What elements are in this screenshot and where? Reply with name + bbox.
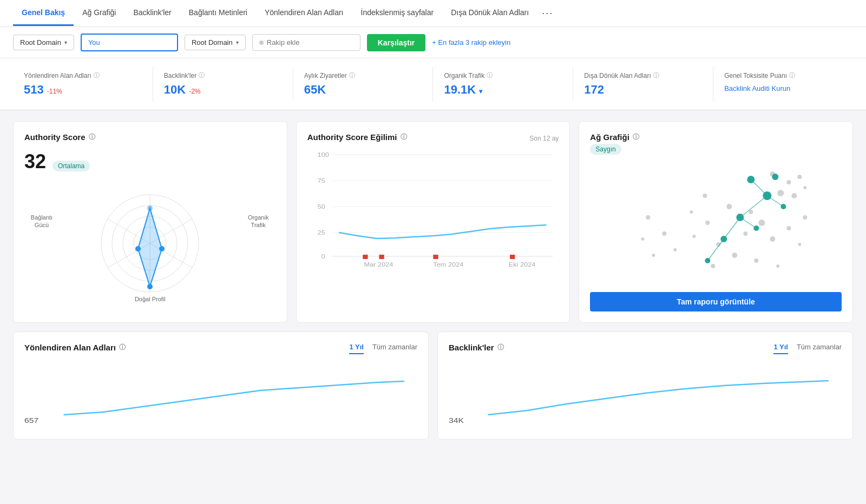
referring-chart-svg: 657 [24, 361, 417, 426]
chevron-down-icon: ▾ [64, 39, 67, 45]
backlinks-bottom-title: Backlink'ler ⓘ [449, 343, 504, 352]
stat-label-yonlendiren: Yönlendiren Alan Adları ⓘ [24, 71, 142, 79]
top-navigation: Genel Bakış Ağ Grafiği Backlink'ler Bağl… [0, 0, 866, 27]
svg-point-53 [662, 231, 667, 236]
competitor-dot-icon [259, 41, 264, 45]
svg-marker-7 [138, 208, 162, 287]
backlinks-tab-1yr[interactable]: 1 Yıl [773, 343, 788, 354]
info-icon-backlinks-bottom[interactable]: ⓘ [497, 343, 504, 352]
backlinks-chart-svg: 34K [449, 361, 842, 426]
radar-label-dogal: Doğal Profil [135, 295, 166, 303]
nav-disa-donuk[interactable]: Dışa Dönük Alan Adları [442, 1, 537, 26]
svg-point-69 [781, 204, 786, 209]
stat-label-disa: Dışa Dönük Alan Adları ⓘ [584, 71, 702, 79]
info-icon-yonlendiren[interactable]: ⓘ [94, 71, 100, 79]
toolbar: Root Domain ▾ Root Domain ▾ Karşılaştır … [0, 27, 866, 58]
network-saygın-badge: Saygın [590, 144, 621, 155]
svg-text:50: 50 [317, 203, 325, 210]
authority-score-card: Authority Score ⓘ 32 Ortalama [13, 121, 287, 323]
trend-title: Authority Score Eğilimi ⓘ [307, 132, 407, 142]
nav-indekslenmis[interactable]: İndekslenmiş sayfalar [352, 1, 443, 26]
svg-point-51 [711, 264, 716, 268]
svg-text:Eki 2024: Eki 2024 [508, 261, 535, 268]
svg-point-30 [787, 180, 791, 184]
info-icon-toksisite[interactable]: ⓘ [789, 71, 795, 79]
svg-line-58 [740, 196, 767, 217]
svg-line-59 [724, 217, 740, 239]
svg-point-34 [804, 186, 807, 189]
trend-svg: 100 75 50 25 0 Mar 2024 Tem 2024 [307, 150, 559, 269]
info-icon-authority[interactable]: ⓘ [89, 132, 95, 142]
stat-label-toksisite: Genel Toksisite Puanı ⓘ [724, 71, 842, 79]
root-domain-dropdown-2[interactable]: Root Domain ▾ [185, 35, 246, 50]
trend-chart: 100 75 50 25 0 Mar 2024 Tem 2024 [307, 150, 559, 269]
chevron-down-icon-2: ▾ [236, 39, 239, 45]
stat-label-backlinkler: Backlink'ler ⓘ [164, 71, 282, 79]
svg-point-50 [693, 235, 696, 238]
stat-organik: Organik Trafik ⓘ 19.1K ▾ [433, 67, 573, 101]
bottom-cards-row: Yönlendiren Alan Adları ⓘ 1 Yıl Tüm zama… [13, 331, 853, 440]
svg-text:34K: 34K [449, 416, 464, 424]
referring-domains-header: Yönlendiren Alan Adları ⓘ 1 Yıl Tüm zama… [24, 343, 417, 354]
info-icon-organik[interactable]: ⓘ [487, 71, 493, 79]
backlink-audit-link[interactable]: Backlink Auditi Kurun [724, 84, 790, 92]
view-full-report-button[interactable]: Tam raporu görüntüle [590, 292, 842, 311]
svg-point-66 [737, 214, 744, 221]
stat-value-yonlendiren: 513 -11% [24, 83, 142, 97]
svg-point-31 [778, 190, 784, 196]
svg-text:75: 75 [317, 177, 325, 184]
stat-value-backlinkler: 10K -2% [164, 83, 282, 97]
dropdown2-label: Root Domain [192, 38, 233, 47]
nav-yonlendiren-alan[interactable]: Yönlendiren Alan Adları [256, 1, 352, 26]
backlinks-bottom-card: Backlink'ler ⓘ 1 Yıl Tüm zamanlar 34K [437, 331, 853, 440]
info-icon-aylik[interactable]: ⓘ [349, 71, 355, 79]
svg-text:0: 0 [321, 253, 325, 260]
svg-point-33 [792, 193, 797, 198]
trend-period: Son 12 ay [529, 135, 559, 142]
info-icon-referring-bottom[interactable]: ⓘ [119, 343, 126, 352]
svg-point-56 [646, 215, 651, 220]
svg-point-32 [798, 175, 802, 179]
network-svg [590, 163, 842, 288]
svg-point-67 [721, 236, 727, 242]
stat-label-organik: Organik Trafik ⓘ [444, 71, 562, 79]
stat-change-yonlendiren: -11% [47, 88, 62, 95]
stat-value-aylik: 65K [304, 83, 422, 97]
svg-text:Tem 2024: Tem 2024 [433, 261, 463, 268]
stat-value-organik[interactable]: 19.1K ▾ [444, 83, 562, 97]
svg-point-55 [641, 237, 645, 241]
backlinks-header: Backlink'ler ⓘ 1 Yıl Tüm zamanlar [449, 343, 842, 354]
stat-label-aylik: Aylık Ziyaretler ⓘ [304, 71, 422, 79]
info-icon-backlinkler[interactable]: ⓘ [199, 71, 205, 79]
nav-baglanti-metinleri[interactable]: Bağlantı Metinleri [180, 1, 256, 26]
svg-point-37 [759, 220, 765, 226]
compare-button[interactable]: Karşılaştır [367, 34, 425, 51]
stat-backlinkler: Backlink'ler ⓘ 10K -2% [153, 67, 293, 101]
you-input[interactable] [81, 34, 178, 51]
svg-point-10 [147, 284, 153, 289]
stat-value-disa: 172 [584, 83, 702, 97]
info-icon-network[interactable]: ⓘ [633, 132, 639, 142]
network-title: Ağ Grafiği ⓘ [590, 132, 842, 142]
nav-backlinkler[interactable]: Backlink'ler [124, 1, 180, 26]
competitor-input[interactable] [267, 38, 353, 47]
backlinks-tab-all[interactable]: Tüm zamanlar [797, 343, 842, 354]
referring-tab-all[interactable]: Tüm zamanlar [372, 343, 417, 354]
nav-more-button[interactable]: ··· [537, 0, 557, 26]
svg-point-64 [763, 191, 772, 200]
dropdown1-label: Root Domain [20, 38, 61, 47]
referring-tab-1yr[interactable]: 1 Yıl [349, 343, 364, 354]
svg-point-38 [744, 231, 748, 236]
nav-ag-grafigi[interactable]: Ağ Grafiği [74, 1, 124, 26]
svg-point-11 [147, 205, 153, 211]
referring-time-tabs: 1 Yıl Tüm zamanlar [349, 343, 417, 354]
add-competitors-link[interactable]: + En fazla 3 rakip ekleyin [432, 38, 510, 47]
root-domain-dropdown-1[interactable]: Root Domain ▾ [13, 35, 74, 50]
nav-genel-bakis[interactable]: Genel Bakış [13, 1, 74, 26]
backlinks-chart: 34K [449, 361, 842, 426]
info-icon-disa[interactable]: ⓘ [653, 71, 659, 79]
competitor-input-wrapper[interactable] [252, 34, 360, 51]
authority-trend-card: Authority Score Eğilimi ⓘ Son 12 ay 100 … [296, 121, 570, 323]
svg-rect-26 [379, 255, 384, 259]
info-icon-trend[interactable]: ⓘ [401, 132, 407, 142]
